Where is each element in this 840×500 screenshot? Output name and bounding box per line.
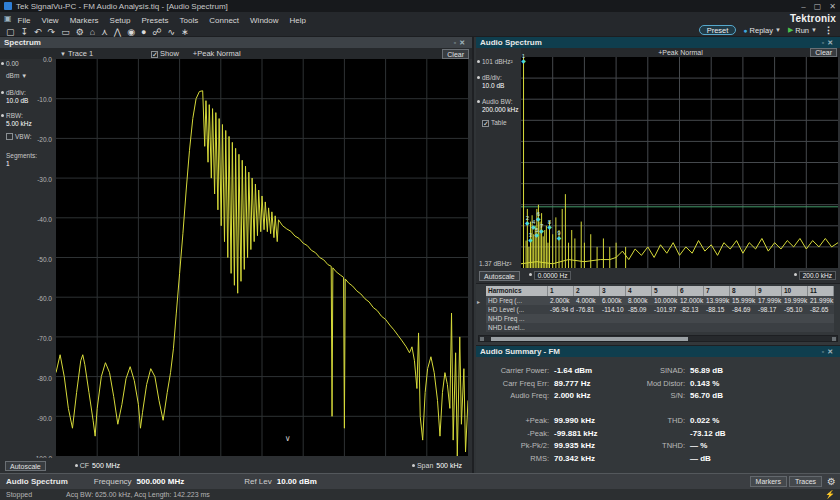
table-cell xyxy=(574,323,600,332)
autoset-icon[interactable]: ∗ xyxy=(181,27,189,37)
summary-value: 0.143 % xyxy=(690,379,770,392)
frequency-value[interactable]: 500.000 MHz xyxy=(137,477,185,486)
table-cell: -82.65 xyxy=(808,305,834,314)
summary-value: -73.12 dB xyxy=(690,429,770,442)
table-cell xyxy=(704,323,730,332)
table-cell xyxy=(808,314,834,323)
summary-label: Mod Distor: xyxy=(632,379,690,392)
traces-button[interactable]: Traces xyxy=(789,476,822,487)
redo-icon[interactable]: ↷ xyxy=(48,27,56,37)
table-row[interactable]: HD Freq (...2.000k4.000k6.000k8.000k10.0… xyxy=(486,296,838,305)
table-cell: 8.000k xyxy=(626,296,652,305)
row-expand-icon[interactable]: ▸ xyxy=(477,298,480,305)
show-checkbox[interactable]: ✓Show xyxy=(151,49,179,58)
panel-close-icon[interactable]: ✕ xyxy=(827,39,836,46)
sine-icon[interactable]: ∿ xyxy=(168,27,176,37)
y-tick-label: -50.0 xyxy=(37,256,52,263)
row-label: HD Freq (... xyxy=(486,296,548,305)
harmonics-header-cell[interactable]: 9 xyxy=(756,286,782,296)
audio-spectrum-header[interactable]: Audio Spectrum ▫✕ xyxy=(476,37,840,48)
table-row[interactable]: NHD Level... xyxy=(486,323,838,332)
peak-marker-icon[interactable]: ⋏ xyxy=(101,27,108,37)
audio-spectrum-plot[interactable]: 1◆2◆3◆4◆5◆6◆7◆8◆9◆ xyxy=(521,57,838,268)
autoscale-button[interactable]: Autoscale xyxy=(5,461,46,471)
acquire-icon[interactable]: ☍ xyxy=(152,27,161,37)
row-label: NHD Level... xyxy=(486,323,548,332)
summary-label: Audio Freq: xyxy=(482,391,554,404)
save-icon[interactable]: ↧ xyxy=(21,27,29,37)
scroll-left-icon[interactable] xyxy=(480,337,484,341)
start-frequency-field[interactable]: 0.0000 Hz xyxy=(528,271,572,280)
trace-selector[interactable]: ▼ Trace 1 xyxy=(60,49,93,58)
harmonics-header-cell[interactable]: 4 xyxy=(626,286,652,296)
harmonics-header-cell[interactable]: 3 xyxy=(600,286,626,296)
summary-value: 2.000 kHz xyxy=(554,391,632,404)
summary-value: 0.022 % xyxy=(690,416,770,429)
ref-level-value[interactable]: 10.00 dBm xyxy=(277,477,317,486)
close-button[interactable]: ✕ xyxy=(829,2,836,11)
table-row[interactable]: NHD Freq ... xyxy=(486,314,838,323)
audio-top-level-control[interactable]: 101 dBHz² xyxy=(476,57,521,66)
panel-close-icon[interactable]: ✕ xyxy=(827,348,836,355)
table-cell: -76.81 xyxy=(574,305,600,314)
audio-bw-control[interactable]: Audio BW:200.000 kHz xyxy=(476,97,521,114)
gear-icon[interactable]: ⚙ xyxy=(827,476,836,487)
harmonics-header-cell[interactable]: Harmonics xyxy=(486,286,548,296)
audio-autoscale-button[interactable]: Autoscale xyxy=(479,271,520,281)
span-control[interactable]: Span500 kHz xyxy=(411,462,462,469)
scroll-right-icon[interactable] xyxy=(832,337,836,341)
open-file-icon[interactable]: ▢ xyxy=(6,27,15,37)
table-cell xyxy=(808,323,834,332)
frequency-label: Frequency xyxy=(94,477,132,486)
summary-label: THD: xyxy=(632,416,690,429)
harmonics-header-cell[interactable]: 10 xyxy=(782,286,808,296)
center-frequency-control[interactable]: CF500 MHz xyxy=(74,462,120,469)
scrollbar-thumb[interactable] xyxy=(491,337,688,341)
harmonics-header-cell[interactable]: 7 xyxy=(704,286,730,296)
markers-button[interactable]: Markers xyxy=(750,476,787,487)
summary-label: -Peak: xyxy=(482,429,554,442)
audio-summary-header[interactable]: Audio Summary - FM ▫✕ xyxy=(476,346,840,357)
table-row[interactable]: HD Level (...-96.94 dB...-76.81-114.10-8… xyxy=(486,305,838,314)
clear-button[interactable]: Clear xyxy=(442,49,469,59)
audio-clear-button[interactable]: Clear xyxy=(810,48,837,57)
harmonics-header-cell[interactable]: 8 xyxy=(730,286,756,296)
more-menu-icon[interactable]: ⋮ xyxy=(824,25,833,35)
display-icon[interactable]: ▭ xyxy=(61,27,70,37)
summary-label: Carrier Power: xyxy=(482,366,554,379)
markers-icon[interactable]: ⋀ xyxy=(114,27,121,37)
settings-gear-icon[interactable]: ⚙ xyxy=(76,27,84,37)
maximize-button[interactable]: ▢ xyxy=(814,2,822,11)
summary-value: 99.935 kHz xyxy=(554,441,632,454)
chevron-down-icon: ▼ xyxy=(811,27,817,33)
harmonics-table[interactable]: Harmonics1234567891011HD Freq (...2.000k… xyxy=(486,286,838,332)
minimize-button[interactable]: – xyxy=(801,2,805,11)
run-control[interactable]: ▶ Run ▼ xyxy=(788,26,817,35)
table-checkbox[interactable]: ✓Table xyxy=(476,118,521,127)
table-cell xyxy=(652,314,678,323)
disconnected-icon[interactable]: ⚡ xyxy=(825,490,835,499)
spectrum-panel-header[interactable]: Spectrum ▫✕ xyxy=(0,37,472,48)
horizontal-scrollbar[interactable] xyxy=(478,335,838,342)
harmonics-header-cell[interactable]: 6 xyxy=(678,286,704,296)
analysis-icon[interactable]: ◉ xyxy=(127,27,135,37)
harmonics-header-cell[interactable]: 5 xyxy=(652,286,678,296)
marker-position-icon[interactable]: ∨ xyxy=(285,434,291,443)
audio-detector-label: +Peak Normal xyxy=(658,49,703,56)
stop-frequency-field[interactable]: 200.0 kHz xyxy=(793,271,836,280)
panel-close-icon[interactable]: ✕ xyxy=(459,39,468,46)
summary-value: — % xyxy=(690,441,770,454)
audio-spectrum-title: Audio Spectrum xyxy=(480,38,542,47)
harmonics-header-cell[interactable]: 1 xyxy=(548,286,574,296)
audio-db-div-control[interactable]: dB/div:10.0 dB xyxy=(476,73,521,90)
table-cell: -85.09 xyxy=(626,305,652,314)
spectrum-plot[interactable]: ∨ xyxy=(56,59,468,456)
harmonics-header-cell[interactable]: 11 xyxy=(808,286,834,296)
undo-icon[interactable]: ↶ xyxy=(34,27,42,37)
harmonics-header-cell[interactable]: 2 xyxy=(574,286,600,296)
trigger-icon[interactable]: ⌂ xyxy=(90,27,95,37)
record-icon[interactable]: ● xyxy=(141,27,146,37)
replay-control[interactable]: ● Replay ▼ xyxy=(743,26,781,35)
preset-button[interactable]: Preset xyxy=(699,25,737,35)
table-cell: 6.000k xyxy=(600,296,626,305)
